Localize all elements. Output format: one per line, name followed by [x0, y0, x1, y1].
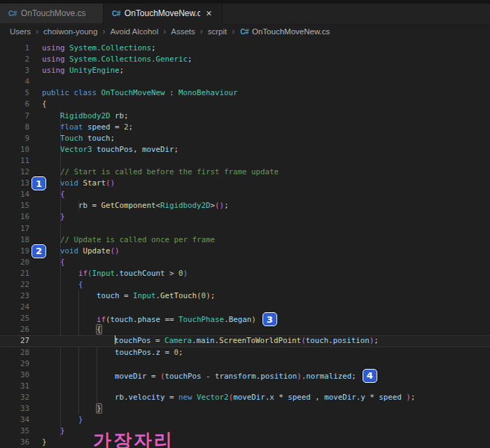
line-number: 5 [0, 88, 36, 99]
code-line[interactable]: 10 Vector3 touchPos, moveDir; [0, 144, 490, 155]
chevron-right-icon: › [163, 27, 166, 36]
editor-tab-bar: C# OnTouchMove.cs C# OnTouchMoveNew.cs ✕ [0, 4, 490, 23]
csharp-file-icon: C# [8, 10, 17, 18]
breadcrumb-item-users[interactable]: Users [10, 27, 31, 36]
line-number: 3 [0, 65, 36, 76]
code-line[interactable]: 6{ [0, 99, 490, 110]
line-number: 15 [0, 200, 36, 211]
code-line[interactable]: 3using UnityEngine; [0, 65, 490, 76]
code-line[interactable]: 33 } [0, 403, 490, 414]
code-line[interactable]: 21 if(Input.touchCount > 0) [0, 268, 490, 279]
vscode-window: C# OnTouchMove.cs C# OnTouchMoveNew.cs ✕… [0, 0, 490, 448]
code-line[interactable]: 15 rb = GetComponent<Rigidbody2D>(); [0, 200, 490, 211]
chevron-right-icon: › [102, 27, 105, 36]
code-line[interactable]: 11 [0, 155, 490, 167]
line-number: 7 [0, 111, 36, 122]
code-line[interactable]: 13 void Start() [0, 178, 490, 189]
code-line[interactable]: 9 Touch touch; [0, 133, 490, 144]
code-line[interactable]: 8 float speed = 2; [0, 122, 490, 133]
line-number: 4 [0, 76, 36, 88]
line-number: 27 [0, 335, 36, 346]
code-line[interactable]: 1using System.Collections; [0, 43, 490, 54]
line-number: 34 [0, 414, 36, 426]
line-number: 1 [0, 43, 36, 54]
line-number: 24 [0, 302, 36, 313]
annotation-badge-1: 1 [31, 176, 46, 190]
line-number: 18 [0, 234, 36, 246]
code-line[interactable]: 25 if(touch.phase == TouchPhase.Began)3 [0, 313, 490, 324]
chevron-right-icon: › [232, 27, 234, 36]
code-line[interactable]: 36} [0, 437, 490, 448]
line-number: 28 [0, 347, 36, 358]
code-line[interactable]: 16 } [0, 211, 490, 223]
code-line[interactable]: 26 { [0, 324, 490, 335]
code-line[interactable]: 29 [0, 358, 490, 370]
line-number: 10 [0, 144, 36, 155]
breadcrumb-item-file[interactable]: OnTouchMoveNew.cs [252, 27, 330, 36]
chevron-right-icon: › [200, 27, 203, 36]
code-line[interactable]: 35 } [0, 426, 490, 437]
code-line[interactable]: 7 Rigidbody2D rb; [0, 111, 490, 122]
code-line[interactable]: 12 // Start is called before the first f… [0, 167, 490, 178]
line-number: 16 [0, 211, 36, 223]
breadcrumb-item-avoid-alcohol[interactable]: Avoid Alcohol [110, 27, 158, 36]
line-number: 21 [0, 268, 36, 279]
tab-ontouchmove[interactable]: C# OnTouchMove.cs [0, 4, 104, 23]
line-number: 25 [0, 313, 36, 324]
line-number: 17 [0, 223, 36, 234]
line-number: 30 [0, 370, 36, 381]
code-line[interactable]: 20 { [0, 257, 490, 268]
code-line[interactable]: 17 [0, 223, 490, 234]
code-line[interactable]: 32 rb.velocity = new Vector2(moveDir.x *… [0, 392, 490, 403]
code-line[interactable]: 24 [0, 302, 490, 313]
line-number: 33 [0, 403, 36, 414]
line-number: 2 [0, 54, 36, 65]
csharp-file-icon: C# [240, 28, 248, 36]
code-line[interactable]: 5public class OnTouchMoveNew : MonoBehav… [0, 88, 490, 99]
tab-label: OnTouchMoveNew.cs [125, 8, 200, 18]
line-number: 20 [0, 257, 36, 268]
code-line[interactable]: 14 { [0, 189, 490, 200]
code-line[interactable]: 22 { [0, 279, 490, 290]
line-number: 6 [0, 99, 36, 110]
code-line[interactable]: 28 touchPos.z = 0; [0, 347, 490, 358]
line-number: 12 [0, 167, 36, 178]
close-tab-icon[interactable]: ✕ [204, 8, 214, 19]
breadcrumb-item-scrpit[interactable]: scrpit [208, 27, 227, 36]
breadcrumb-item-choiwon-young[interactable]: choiwon-young [43, 27, 97, 36]
tab-label: OnTouchMove.cs [21, 8, 86, 18]
code-line[interactable]: 31 [0, 381, 490, 392]
csharp-file-icon: C# [112, 10, 120, 18]
code-line[interactable]: 18 // Update is called once per frame [0, 234, 490, 246]
line-number: 31 [0, 381, 36, 392]
line-number: 22 [0, 279, 36, 290]
line-number: 23 [0, 290, 36, 302]
code-line[interactable]: 2using System.Collections.Generic; [0, 54, 490, 65]
line-number: 11 [0, 155, 36, 167]
code-line[interactable]: 30 moveDir = (touchPos - transform.posit… [0, 370, 490, 381]
line-number: 32 [0, 392, 36, 403]
line-number: 9 [0, 133, 36, 144]
code-line[interactable]: 19 void Update() [0, 246, 490, 257]
code-editor[interactable]: 1using System.Collections;2using System.… [0, 40, 490, 448]
line-number: 29 [0, 358, 36, 370]
breadcrumb: Users › choiwon-young › Avoid Alcohol › … [0, 23, 490, 40]
breadcrumb-item-assets[interactable]: Assets [171, 27, 195, 36]
line-number: 8 [0, 122, 36, 133]
handwritten-annotation: 가장자리 [93, 428, 174, 448]
code-line[interactable]: 23 touch = Input.GetTouch(0); [0, 290, 490, 302]
line-number: 35 [0, 426, 36, 437]
line-number: 14 [0, 189, 36, 200]
annotation-badge-2: 2 [31, 244, 46, 258]
tab-ontouchmovenew[interactable]: C# OnTouchMoveNew.cs ✕ [104, 4, 223, 23]
chevron-right-icon: › [36, 27, 38, 36]
line-number: 36 [0, 437, 36, 448]
code-line[interactable]: 4 [0, 76, 490, 88]
line-number: 26 [0, 324, 36, 335]
code-line[interactable]: 27 touchPos = Camera.main.ScreenToWorldP… [0, 335, 490, 346]
code-line[interactable]: 34 } [0, 414, 490, 426]
